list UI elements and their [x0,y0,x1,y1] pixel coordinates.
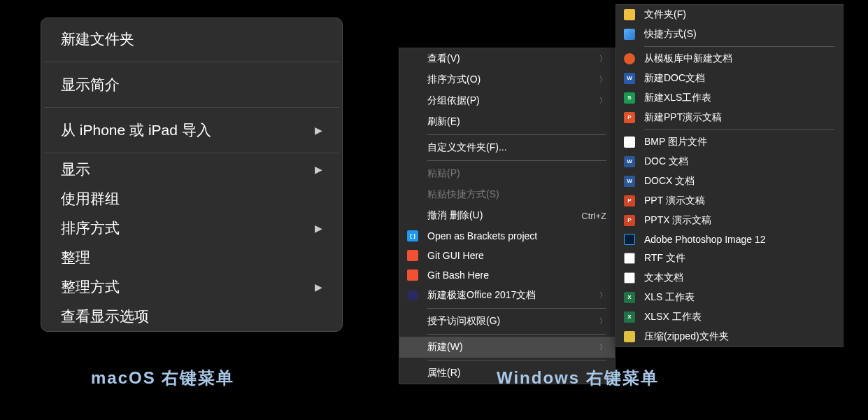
docw-icon: W [623,155,636,168]
submenu-item[interactable]: BMP 图片文件 [616,132,843,152]
menu-item[interactable]: 排序方式(O)〉 [399,69,615,90]
menu-item-label: 整理 [61,248,90,267]
menu-item[interactable]: 排序方式▶ [41,214,342,243]
menu-item[interactable]: 从 iPhone 或 iPad 导入▶ [41,109,342,151]
shortcut-icon [623,28,636,41]
menu-item[interactable]: 授予访问权限(G)〉 [399,311,615,332]
chevron-right-icon: ▶ [315,281,322,293]
shortcut-label: Ctrl+Z [581,211,606,221]
menu-item-label: 新建(W) [427,341,463,354]
chevron-right-icon: ▶ [315,125,322,136]
submenu-item[interactable]: XXLS 工作表 [616,288,843,307]
windows-new-submenu: 文件夹(F)快捷方式(S)从模板库中新建文档W新建DOC文档S新建XLS工作表P… [616,4,844,347]
menu-item[interactable]: 新建极速Office 2017文档〉 [399,285,615,306]
separator [644,130,834,130]
separator [44,107,339,108]
submenu-item[interactable]: RTF 文件 [616,248,843,268]
menu-item[interactable]: 显示简介 [41,64,342,106]
menu-item-label: 使用群组 [61,189,120,209]
submenu-item-label: PPTX 演示文稿 [644,214,711,227]
menu-item-label: 属性(R) [427,367,460,379]
submenu-item[interactable]: PPPT 演示文稿 [616,191,843,211]
pptxw-icon: P [623,214,636,227]
windows-context-menu: 查看(V)〉排序方式(O)〉分组依据(P)〉刷新(E)自定义文件夹(F)...粘… [399,48,616,384]
menu-item-label: 自定义文件夹(F)... [427,141,507,154]
folder-icon [623,8,636,21]
menu-item[interactable]: 整理方式▶ [41,272,342,302]
menu-item-label: Git GUI Here [427,250,484,261]
menu-item[interactable]: 自定义文件夹(F)... [399,137,615,158]
menu-item[interactable]: [ ]Open as Brackets project [399,226,615,246]
submenu-item[interactable]: WDOCX 文档 [616,172,843,191]
submenu-item-label: RTF 文件 [644,252,685,265]
submenu-item-label: 文本文档 [644,272,683,284]
menu-item[interactable]: 显示▶ [41,155,342,184]
docxw-icon: W [623,175,636,188]
submenu-item[interactable]: P新建PPT演示文稿 [616,108,843,127]
menu-item[interactable]: 刷新(E) [399,111,615,132]
menu-item[interactable]: 整理 [41,243,342,272]
submenu-item-label: 快捷方式(S) [644,28,697,41]
submenu-item-label: Adobe Photoshop Image 12 [644,234,766,245]
separator [44,62,339,62]
office-icon [406,289,419,302]
submenu-item-label: DOCX 文档 [644,175,695,188]
txt-icon [623,272,636,284]
menu-item-label: Open as Brackets project [427,230,537,241]
separator [427,134,606,135]
submenu-item[interactable]: 压缩(zipped)文件夹 [616,327,843,346]
submenu-item[interactable]: 快捷方式(S) [616,24,843,44]
template-icon [623,52,636,65]
menu-item-label: 查看(V) [427,52,460,65]
submenu-item-label: PPT 演示文稿 [644,195,705,207]
submenu-item[interactable]: Adobe Photoshop Image 12 [616,230,843,248]
menu-item[interactable]: 新建文件夹 [41,18,342,60]
menu-item-label: 整理方式 [61,277,120,297]
submenu-item-label: 压缩(zipped)文件夹 [644,330,729,343]
submenu-item-label: 新建PPT演示文稿 [644,111,722,124]
xlsxw-icon: X [623,311,636,323]
menu-item-label: 排序方式 [61,218,120,238]
chevron-right-icon: ▶ [315,223,322,234]
submenu-item[interactable]: XXLSX 工作表 [616,307,843,327]
menu-item-label: 显示简介 [61,75,120,94]
macos-label: macOS 右键菜单 [91,367,234,389]
menu-item-label: 粘贴(P) [427,167,460,180]
separator [427,160,606,161]
menu-item[interactable]: Git GUI Here [399,246,615,265]
submenu-item-label: BMP 图片文件 [644,136,707,148]
chevron-right-icon: 〉 [599,316,606,326]
menu-item-label: 分组依据(P) [427,94,480,107]
chevron-right-icon: ▶ [315,164,322,175]
menu-item[interactable]: 查看显示选项 [41,302,342,331]
chevron-right-icon: 〉 [599,54,606,64]
chevron-right-icon: 〉 [599,75,606,85]
menu-item-label: 从 iPhone 或 iPad 导入 [61,120,211,140]
xlsw-icon: X [623,291,636,304]
separator [644,46,834,47]
menu-item[interactable]: 分组依据(P)〉 [399,90,615,111]
submenu-item[interactable]: WDOC 文档 [616,152,843,172]
menu-item-label: 刷新(E) [427,115,460,128]
submenu-item-label: 新建XLS工作表 [644,92,711,104]
menu-item[interactable]: 撤消 删除(U)Ctrl+Z [399,205,615,226]
submenu-item[interactable]: 文本文档 [616,268,843,288]
menu-item[interactable]: Git Bash Here [399,265,615,285]
submenu-item[interactable]: 文件夹(F) [616,5,843,24]
submenu-item-label: XLSX 工作表 [644,311,702,323]
chevron-right-icon: 〉 [599,96,606,106]
submenu-item[interactable]: 从模板库中新建文档 [616,49,843,69]
doc-icon: W [623,72,636,85]
menu-item: 粘贴快捷方式(S) [399,184,615,205]
zip-icon [623,330,636,343]
submenu-item-label: 新建DOC文档 [644,72,705,85]
windows-label: Windows 右键菜单 [497,367,659,389]
menu-item[interactable]: 查看(V)〉 [399,48,615,69]
menu-item[interactable]: 新建(W)〉 [399,337,615,358]
submenu-item[interactable]: S新建XLS工作表 [616,88,843,108]
menu-item[interactable]: 使用群组 [41,184,342,214]
chevron-right-icon: 〉 [599,290,606,300]
submenu-item[interactable]: PPPTX 演示文稿 [616,211,843,230]
menu-item-label: 撤消 删除(U) [427,209,483,222]
submenu-item[interactable]: W新建DOC文档 [616,69,843,88]
